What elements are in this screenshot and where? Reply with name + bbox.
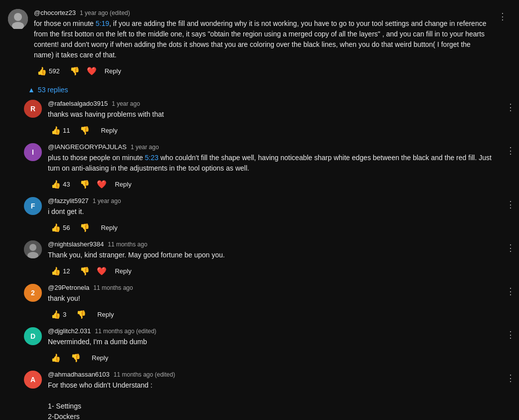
- main-comment: @chocortez23 1 year ago (edited) for tho…: [0, 5, 519, 82]
- more-options-button[interactable]: ⋮: [502, 327, 519, 342]
- reply-author: @rafaelsalgado3915: [48, 100, 108, 107]
- comments-section: @chocortez23 1 year ago (edited) for tho…: [0, 0, 519, 420]
- more-options-button[interactable]: ⋮: [502, 143, 519, 158]
- thumbs-down-button[interactable]: 👎: [73, 308, 89, 321]
- reply-text: i dont get it.: [48, 207, 496, 217]
- reply-actions: 👍 3 👎 Reply: [48, 308, 496, 321]
- thumbs-down-button[interactable]: 👎: [77, 178, 93, 191]
- reply-body: @fazzylit5927 1 year ago i dont get it. …: [48, 197, 496, 234]
- reply-author: @nightslasher9384: [48, 240, 104, 248]
- timestamp-link[interactable]: 5:23: [145, 154, 159, 162]
- reply-button[interactable]: Reply: [111, 179, 135, 190]
- more-options-button[interactable]: ⋮: [494, 9, 511, 24]
- reply-button[interactable]: Reply: [97, 222, 121, 233]
- reply-button[interactable]: Reply: [93, 309, 118, 320]
- reply-comment: 2 @29Petronela 11 months ago thank you! …: [24, 284, 519, 321]
- reply-text: Neverminded, I'm a dumb dumb: [48, 337, 496, 347]
- svg-point-1: [14, 13, 22, 21]
- avatar: [24, 240, 42, 258]
- reply-author: @29Petronela: [48, 284, 89, 291]
- heart-icon: ❤️: [97, 266, 107, 276]
- timestamp-link[interactable]: 5:19: [96, 19, 109, 27]
- reply-header: @ahmadhassan6103 11 months ago (edited): [48, 371, 496, 378]
- reply-button[interactable]: Reply: [101, 65, 125, 77]
- avatar: I: [24, 143, 42, 161]
- thumbs-up-button[interactable]: 👍 3: [48, 308, 69, 321]
- reply-timestamp: 11 months ago (edited): [95, 328, 156, 335]
- reply-actions: 👍 43 👎 ❤️ Reply: [48, 178, 496, 191]
- more-options-button[interactable]: ⋮: [502, 197, 519, 212]
- heart-icon: ❤️: [97, 180, 107, 189]
- avatar: D: [24, 327, 42, 345]
- reply-text: thank you!: [48, 293, 496, 304]
- more-options-button[interactable]: ⋮: [502, 240, 519, 255]
- like-count: 592: [49, 67, 60, 75]
- comment-timestamp: 1 year ago (edited): [80, 9, 130, 16]
- thumbs-up-icon: 👍: [51, 223, 61, 232]
- reply-comment: I @IANGREGORYPAJULAS 1 year ago plus to …: [24, 143, 519, 191]
- thumbs-up-icon: 👍: [51, 310, 61, 319]
- thumbs-down-icon: 👎: [71, 353, 81, 363]
- reply-comment: F @fazzylit5927 1 year ago i dont get it…: [24, 197, 519, 234]
- like-count: 11: [63, 127, 70, 134]
- reply-actions: 👍 12 👎 ❤️ Reply: [48, 264, 496, 278]
- reply-timestamp: 1 year ago: [112, 100, 140, 107]
- thumbs-down-button[interactable]: 👎: [77, 264, 93, 278]
- thumbs-down-icon: 👎: [76, 310, 86, 319]
- like-count: 43: [63, 181, 70, 188]
- svg-point-4: [29, 244, 36, 251]
- replies-toggle-button[interactable]: ▲ 53 replies: [24, 84, 72, 96]
- thumbs-down-button[interactable]: 👎: [77, 221, 93, 234]
- more-options-button[interactable]: ⋮: [502, 371, 519, 386]
- thumbs-down-icon: 👎: [80, 180, 90, 189]
- thumbs-down-button[interactable]: 👎: [68, 351, 84, 365]
- reply-timestamp: 11 months ago: [93, 284, 133, 291]
- like-count: 56: [63, 224, 70, 231]
- thumbs-down-button[interactable]: 👎: [77, 124, 93, 137]
- thumbs-up-icon: 👍: [37, 66, 47, 76]
- reply-header: @rafaelsalgado3915 1 year ago: [48, 100, 496, 107]
- more-options-button[interactable]: ⋮: [502, 284, 519, 299]
- reply-actions: 👍 56 👎 Reply: [48, 221, 496, 234]
- reply-button[interactable]: Reply: [88, 352, 112, 364]
- reply-text: plus to those people on minute 5:23 who …: [48, 153, 496, 174]
- main-comment-body: @chocortez23 1 year ago (edited) for tho…: [34, 9, 488, 78]
- more-options-button[interactable]: ⋮: [502, 100, 519, 115]
- thumbs-up-button[interactable]: 👍 56: [48, 221, 73, 234]
- reply-timestamp: 11 months ago: [108, 241, 147, 248]
- comment-actions: 👍 592 👎 ❤️ Reply: [34, 64, 488, 78]
- reply-body: @djglitch2.031 11 months ago (edited) Ne…: [48, 327, 496, 365]
- reply-body: @29Petronela 11 months ago thank you! 👍 …: [48, 284, 496, 321]
- reply-author: @ahmadhassan6103: [48, 371, 110, 378]
- chevron-up-icon: ▲: [28, 86, 35, 94]
- thumbs-up-button[interactable]: 👍 11: [48, 124, 73, 137]
- comment-text: for those on minute 5:19, if you are add…: [34, 18, 488, 60]
- thumbs-up-button[interactable]: 👍 43: [48, 178, 73, 191]
- thumbs-up-icon: 👍: [51, 180, 61, 189]
- thumbs-up-button[interactable]: 👍: [48, 351, 64, 365]
- reply-actions: 👍 👎 Reply: [48, 351, 496, 365]
- reply-body: @ahmadhassan6103 11 months ago (edited) …: [48, 371, 496, 420]
- reply-author: @IANGREGORYPAJULAS: [48, 143, 127, 151]
- reply-comment: R @rafaelsalgado3915 1 year ago thanks w…: [24, 100, 519, 137]
- reply-button[interactable]: Reply: [111, 265, 135, 277]
- reply-button[interactable]: Reply: [97, 125, 121, 136]
- reply-header: @29Petronela 11 months ago: [48, 284, 496, 291]
- reply-header: @IANGREGORYPAJULAS 1 year ago: [48, 143, 496, 151]
- thumbs-down-icon: 👎: [80, 126, 90, 135]
- thumbs-down-icon: 👎: [80, 266, 90, 276]
- reply-text: thanks was having problems with that: [48, 109, 496, 120]
- thumbs-down-button[interactable]: 👎: [67, 64, 83, 78]
- heart-icon: ❤️: [87, 66, 97, 76]
- replies-count-label: 53 replies: [38, 86, 68, 94]
- reply-body: @IANGREGORYPAJULAS 1 year ago plus to th…: [48, 143, 496, 191]
- reply-body: @rafaelsalgado3915 1 year ago thanks was…: [48, 100, 496, 137]
- thumbs-up-button[interactable]: 👍 12: [48, 264, 73, 278]
- reply-timestamp: 1 year ago: [131, 144, 159, 151]
- thumbs-up-icon: 👍: [51, 126, 61, 135]
- comment-author: @chocortez23: [34, 9, 76, 16]
- comment-header: @chocortez23 1 year ago (edited): [34, 9, 488, 16]
- avatar: R: [24, 100, 42, 118]
- thumbs-up-button[interactable]: 👍 592: [34, 64, 63, 78]
- avatar: [8, 9, 28, 29]
